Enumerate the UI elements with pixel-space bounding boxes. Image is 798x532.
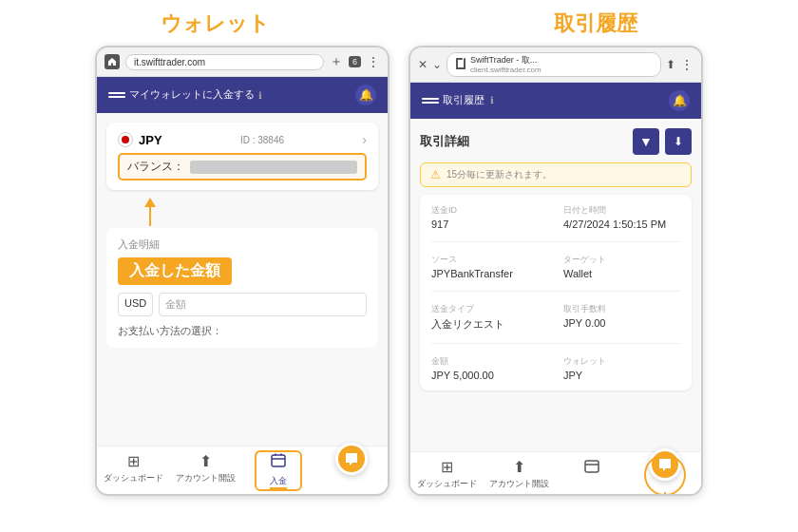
currency-selector-input[interactable]: USD (118, 293, 153, 316)
transfer-id-value: 917 (431, 218, 548, 230)
field-transfer-type: 送金タイプ 入金リクエスト (431, 303, 548, 332)
transfer-type-value: 入金リクエスト (431, 317, 548, 332)
svg-rect-5 (585, 461, 598, 472)
bell-button-right[interactable]: 🔔 (669, 90, 690, 111)
app-header-title-left: マイウォレットに入金する (129, 88, 255, 101)
browser-bar-right: ✕ ⌄ SwiftTrader - 取... client.swifttrade… (410, 48, 701, 83)
share-button-right[interactable]: ⬆ (666, 58, 675, 71)
app-header-left: マイウォレットに入金する ℹ 🔔 (97, 77, 388, 113)
nav-open-account-left[interactable]: ⬆ アカウント開設 (170, 452, 243, 489)
browser-menu-button[interactable]: ⋮ (367, 54, 380, 69)
fee-value: JPY 0.00 (563, 317, 680, 329)
logo-dash-2 (108, 96, 125, 98)
amount-label: 金額 (431, 355, 548, 368)
arrow-down-line-right (664, 492, 666, 496)
arrow-up-icon (144, 198, 156, 226)
balance-value-bar (190, 161, 357, 174)
field-transfer-id: 送金ID 917 (431, 204, 548, 230)
nav-dashboard-left[interactable]: ⊞ ダッシュボード (97, 452, 170, 489)
jpy-dot (122, 136, 129, 143)
field-wallet: ウォレット JPY (563, 355, 680, 381)
app-header-title-right: 取引履歴 ℹ (443, 94, 494, 106)
dashboard-label-left: ダッシュボード (104, 472, 163, 484)
transfer-id-label: 送金ID (431, 204, 548, 217)
bottom-nav-right: ⊞ ダッシュボード ⬆ アカウント開設 (410, 451, 701, 494)
open-account-label-right: アカウント開設 (489, 478, 549, 490)
chat-fab-left[interactable] (335, 443, 368, 475)
svg-rect-0 (272, 455, 285, 466)
logo-dash-r1 (422, 98, 439, 100)
url-bar-right[interactable]: SwiftTrader - 取... client.swifttrader.co… (446, 52, 661, 77)
nav-chat-right[interactable] (629, 458, 702, 490)
dashboard-label-right: ダッシュボード (417, 478, 477, 490)
wallet-title-text: ウォレット (161, 11, 270, 35)
browser-menu-button-right[interactable]: ⋮ (680, 57, 694, 72)
filter-button[interactable]: ▼ (633, 128, 659, 155)
currency-header: JPY ID : 38846 › (118, 132, 367, 147)
balance-label: バランス： (127, 159, 184, 175)
wallet-heading-label: ウォレット (161, 10, 270, 38)
url-text: it.swifttrader.com (134, 57, 205, 67)
dashboard-icon-left: ⊞ (127, 452, 140, 470)
amount-input-field[interactable]: 金額 (159, 293, 367, 316)
header-info-icon-right[interactable]: ℹ (490, 95, 494, 105)
chevron-right-icon[interactable]: › (362, 132, 367, 147)
txn-toolbar: 取引詳細 ▼ ⬇ (420, 128, 692, 155)
deposit-label-left: 入金 (270, 475, 287, 489)
field-source: ソース JPYBankTransfer (431, 254, 548, 279)
tab-count-badge: 6 (349, 56, 361, 67)
txn-content: 取引詳細 ▼ ⬇ ⚠ 15分毎に更新されます。 送金ID 917 (410, 119, 701, 451)
header-info-icon-left[interactable]: ℹ (258, 90, 262, 101)
payment-method-label: お支払い方法の選択： (118, 324, 367, 338)
arrow-head-up (144, 198, 156, 207)
divider-1 (431, 241, 680, 242)
arrow-down-right (659, 492, 671, 496)
currency-name: JPY (139, 133, 162, 147)
add-tab-button[interactable]: ＋ (330, 53, 343, 70)
account-icon-left: ⬆ (200, 452, 212, 470)
deposit-section: 入金明細 入金した金額 USD 金額 お支払い方法の選択： (106, 228, 378, 348)
nav-deposit-left[interactable]: 入金 (242, 452, 315, 489)
chevron-down-icon-right[interactable]: ⌄ (432, 58, 442, 71)
bell-button-left[interactable]: 🔔 (355, 85, 376, 105)
wallet-phone: it.swifttrader.com ＋ 6 ⋮ マイウォレットに入金する ℹ … (95, 46, 390, 496)
bottom-nav-left: ⊞ ダッシュボード ⬆ アカウント開設 入金 (97, 446, 388, 493)
history-heading-label: 取引履歴 (554, 10, 637, 38)
download-button[interactable]: ⬇ (665, 128, 692, 155)
history-title-text: 取引履歴 (554, 11, 637, 35)
datetime-value: 4/27/2024 1:50:15 PM (563, 218, 680, 230)
nav-deposit-right[interactable] (556, 458, 629, 490)
dashboard-icon-right: ⊞ (441, 458, 453, 476)
amount-value: JPY 5,000.00 (431, 370, 548, 381)
divider-3 (431, 343, 680, 344)
nav-dashboard-right[interactable]: ⊞ ダッシュボード (410, 458, 484, 490)
deposit-amount-badge: 入金した金額 (118, 257, 232, 285)
transfer-type-label: 送金タイプ (431, 303, 548, 315)
field-fee: 取引手数料 JPY 0.00 (563, 303, 680, 332)
refresh-notice: ⚠ 15分毎に更新されます。 (420, 162, 692, 187)
history-phone: ✕ ⌄ SwiftTrader - 取... client.swifttrade… (408, 46, 703, 496)
browser-bar-left: it.swifttrader.com ＋ 6 ⋮ (97, 48, 388, 77)
arrow-up-container (106, 198, 378, 226)
logo-icon-right (422, 98, 439, 104)
balance-row: バランス： (118, 153, 367, 180)
header-title-text-right: 取引履歴 (443, 94, 484, 105)
home-icon[interactable] (104, 54, 120, 69)
txn-grid: 送金ID 917 日付と時間 4/27/2024 1:50:15 PM ソース … (431, 204, 680, 381)
nav-more-left[interactable] (315, 452, 389, 489)
logo-icon (108, 92, 125, 98)
source-label: ソース (431, 254, 548, 266)
target-value: Wallet (563, 268, 680, 279)
close-button-right[interactable]: ✕ (418, 58, 428, 71)
url-bar-left[interactable]: it.swifttrader.com (125, 54, 324, 70)
deposit-icon-right (583, 458, 600, 479)
app-header-right: 取引履歴 ℹ 🔔 (410, 83, 701, 119)
nav-open-account-right[interactable]: ⬆ アカウント開設 (484, 458, 557, 490)
chat-fab-right[interactable] (649, 448, 681, 481)
app-logo-left: マイウォレットに入金する ℹ (108, 88, 262, 101)
url-info-right: SwiftTrader - 取... client.swifttrader.co… (470, 55, 542, 74)
field-target: ターゲット Wallet (563, 254, 680, 279)
divider-2 (431, 291, 680, 292)
deposit-section-title: 入金明細 (118, 238, 367, 252)
field-datetime: 日付と時間 4/27/2024 1:50:15 PM (563, 204, 680, 230)
